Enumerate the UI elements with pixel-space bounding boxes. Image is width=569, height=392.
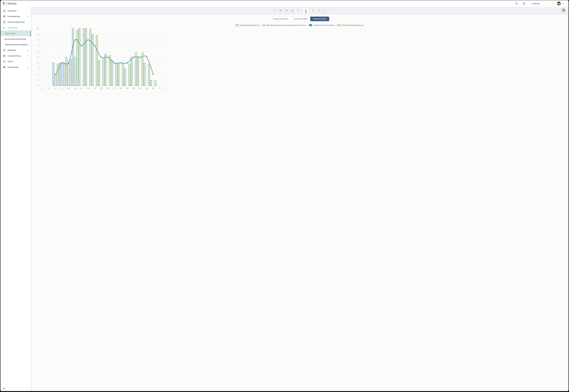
app-window: n Nesto DashboardEinsatzplanungErfasste … [0, 0, 179, 101]
chevron-down-icon [27, 49, 28, 51]
person-icon [3, 49, 5, 51]
gauge-icon [3, 10, 5, 12]
svg-text:13: 13 [87, 87, 89, 89]
gear-icon [3, 66, 5, 69]
svg-text:7: 7 [49, 87, 50, 89]
x-axis-labels: 6789101112131415161718192021222301 [42, 87, 167, 89]
svg-text:1: 1 [166, 87, 167, 89]
chevron-up-icon [27, 27, 28, 28]
svg-text:22: 22 [146, 87, 148, 89]
sidebar-subitem-benchmarking[interactable]: Benchmarking (Auswertung) [0, 36, 31, 42]
sidebar-subitem-label: Tagesanalyse [5, 32, 15, 34]
svg-text:0: 0 [37, 85, 38, 87]
sidebar-item-label: Einstellungen [8, 66, 18, 68]
chevron-down-icon [27, 55, 28, 57]
app-logo: n Nesto [0, 0, 31, 7]
chevron-down-icon [27, 66, 28, 68]
analysis-card: Umsatz pro StundeUmsatz kumuliertMitarbe… [32, 14, 179, 101]
sidebar-item-einstellungen[interactable]: Einstellungen [0, 64, 31, 70]
logo-text: Nesto [8, 2, 16, 5]
svg-text:7: 7 [37, 45, 38, 47]
svg-text:8: 8 [55, 87, 56, 89]
svg-text:10: 10 [37, 28, 38, 29]
logo-divider [6, 1, 7, 6]
sidebar-item-label: Dashboard [8, 10, 16, 12]
sidebar-item-erfasste-arbeitszeiten[interactable]: Erfasste Arbeitszeiten [0, 19, 31, 25]
sidebar-item-label: Erfasste Arbeitszeiten [8, 21, 25, 23]
topbar: Karlsruhe [31, 0, 179, 7]
sidebar-item-label: Export [8, 60, 13, 62]
sidebar-item-lohnabrechnung[interactable]: Lohnabrechnung [0, 53, 31, 59]
svg-text:16: 16 [107, 87, 109, 89]
payroll-icon [3, 55, 5, 57]
svg-text:8: 8 [37, 39, 38, 41]
chart-legend: Geplante PersonalbesetzungOptimale Beset… [32, 24, 179, 26]
sidebar-subitem-label: Benchmarking (Auswertung) [5, 38, 26, 40]
grid-lines [39, 28, 169, 86]
sidebar-item-label: Auswertung [8, 27, 17, 29]
sidebar-subitem-tagesanalyse[interactable]: Tagesanalyse [0, 30, 31, 36]
chevron-down-icon [27, 15, 28, 17]
svg-text:19: 19 [126, 87, 128, 89]
svg-text:3: 3 [37, 68, 38, 70]
tabs-row: Umsatz pro StundeUmsatz kumuliertMitarbe… [32, 17, 179, 21]
clock-icon [3, 21, 5, 23]
sidebar-item-mitarbeiter[interactable]: Mitarbeiter [0, 47, 31, 53]
svg-text:12: 12 [81, 87, 83, 89]
svg-text:9: 9 [37, 33, 38, 35]
svg-text:6: 6 [37, 51, 38, 52]
svg-text:1: 1 [37, 79, 38, 81]
svg-text:14: 14 [94, 87, 96, 89]
main-content: 2930311Fr2Feb34 Umsatz pro StundeUmsatz … [31, 7, 179, 101]
sidebar-subitem-ergebnisauswertung[interactable]: Ergebnisauswertung (Tagesau... [0, 42, 31, 47]
svg-text:20: 20 [133, 87, 135, 89]
chart-svg: 0123456789106789101112131415161718192021… [35, 27, 171, 91]
sidebar-item-auswertung[interactable]: Auswertung [0, 25, 31, 31]
sidebar: n Nesto DashboardEinsatzplanungErfasste … [0, 0, 31, 101]
svg-text:4: 4 [37, 62, 38, 64]
svg-text:11: 11 [74, 87, 76, 89]
planning-grid-icon [3, 15, 5, 18]
svg-text:2: 2 [37, 73, 38, 75]
svg-text:17: 17 [113, 87, 115, 89]
sidebar-item-dashboard[interactable]: Dashboard [0, 8, 31, 14]
svg-text:15: 15 [100, 87, 102, 89]
sidebar-item-einsatzplanung[interactable]: Einsatzplanung [0, 14, 31, 19]
bar-chart-icon [3, 27, 5, 29]
sidebar-item-label: Mitarbeiter [8, 49, 16, 51]
svg-text:5: 5 [37, 56, 38, 58]
svg-text:18: 18 [120, 87, 122, 89]
y-axis-labels: 012345678910 [37, 28, 38, 87]
sidebar-nav: DashboardEinsatzplanungErfasste Arbeitsz… [0, 7, 31, 70]
svg-text:23: 23 [152, 87, 154, 89]
svg-text:21: 21 [139, 87, 141, 89]
staffing-chart: 0123456789106789101112131415161718192021… [35, 27, 179, 91]
nesto-logo-icon: n [3, 1, 5, 5]
svg-text:10: 10 [68, 87, 69, 89]
sidebar-item-label: Einsatzplanung [8, 15, 20, 17]
sidebar-item-label: Lohnabrechnung [8, 55, 21, 57]
export-icon [3, 60, 5, 63]
svg-text:6: 6 [42, 87, 43, 89]
sidebar-item-export[interactable]: Export [0, 59, 31, 64]
svg-text:0: 0 [159, 87, 160, 89]
svg-text:9: 9 [62, 87, 62, 89]
date-navigation-bar: 2930311Fr2Feb34 [31, 7, 179, 14]
sidebar-subitem-label: Ergebnisauswertung (Tagesau... [5, 43, 29, 45]
